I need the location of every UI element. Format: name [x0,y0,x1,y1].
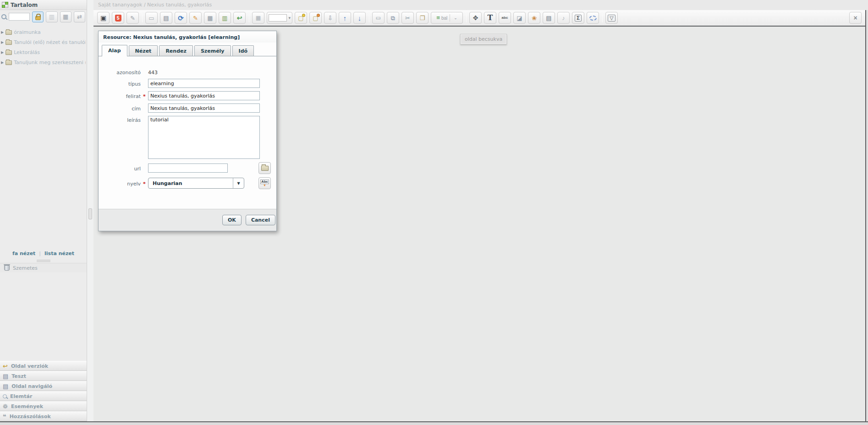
expander-icon[interactable]: ▶ [1,50,4,54]
calendar-button[interactable]: ▦ [60,11,71,22]
trash-panel-body [0,272,87,361]
tab-alap[interactable]: Alap [102,45,127,56]
drawing-button[interactable]: ❀ [528,12,540,24]
folder-icon [5,30,12,35]
toolbar-separator [602,13,603,22]
chevron-down-icon[interactable]: ▼ [233,178,244,188]
field-row-tipus: típus [104,79,271,88]
tree-item[interactable]: ▶Tanuljunk meg szerkeszteni (T [1,57,86,67]
splitter-grip[interactable] [88,208,92,219]
list-view-link[interactable]: lista nézet [44,251,74,256]
tipus-req-spacer [141,83,148,84]
formula-button[interactable]: Σ [572,12,584,24]
sidebar-splitter[interactable] [87,0,93,421]
tipus-label: típus [104,80,141,87]
import-page-button[interactable]: ⇩ [324,12,336,24]
url-req-spacer [141,168,148,169]
folder-icon [261,166,269,171]
style-select[interactable]: ▾ [267,12,292,24]
move-up-button[interactable]: ↑ [339,12,351,24]
new-subpage-button[interactable]: ▢ [309,12,322,24]
sidebar-search-input[interactable] [9,13,30,21]
lock-icon [35,16,41,20]
cim-req-spacer [141,108,148,109]
felirat-input[interactable] [148,91,260,100]
placeholder-frame-button[interactable]: ▭ [145,12,158,24]
tree-view-link[interactable]: fa nézet [12,251,35,256]
align-select[interactable]: ≡bal⌄ [431,12,463,24]
tab-ido[interactable]: Idő [232,45,254,56]
panel-teszt[interactable]: ▤Teszt [0,371,87,381]
tree-item-label: óraimunka [14,29,41,35]
tree-item[interactable]: ▶Tanulói (elő) nézet és tanulói t [1,37,86,47]
expander-icon[interactable]: ▶ [1,60,4,65]
screen-preview-button[interactable]: ▣ [97,12,110,24]
panel-hozzaszolasok[interactable]: ❝Hozzászólások [0,411,87,421]
page-collapsed-tooltip: oldal becsukva [460,34,507,44]
panel-elemtar[interactable]: Elemtár [0,391,87,401]
copy-button[interactable]: ⧉ [387,12,399,24]
shape-ellipse-button[interactable] [587,12,599,24]
panel-oldal-verziok[interactable]: ↩Oldal verziók [0,361,87,371]
edit-tools-button[interactable]: ✎ [126,12,139,24]
cancel-button[interactable]: Cancel [246,215,275,225]
filter-button[interactable]: ▽ [605,12,618,24]
url-input[interactable] [148,163,228,173]
leiras-req-spacer [141,116,148,117]
media-frame-button[interactable]: ◪ [513,12,526,24]
chevron-down-icon: ⌄ [454,16,457,20]
reorder-button[interactable]: ⇄ [74,11,85,22]
leiras-textarea[interactable]: tutorial [148,116,260,159]
line-style-button[interactable]: ▤ [543,12,555,24]
application-window: Tartalom ▥▦⇄ ▶óraimunka▶Tanulói (elő) né… [0,0,868,422]
panel-hozzaszolasok-glyph: ❝ [3,414,6,420]
versions-filter-button[interactable]: ▥ [46,11,57,22]
spellcheck-language-button[interactable]: Abc ▾ [258,177,271,189]
format-brush-button[interactable]: ✎ [189,12,202,24]
toolbar-separator [369,13,369,22]
insert-table-button[interactable]: ▦ [204,12,216,24]
ok-button[interactable]: OK [222,215,242,225]
screen-preview-button-glyph: ▣ [100,15,106,21]
text-style-button[interactable]: T [484,12,496,24]
refresh-button[interactable]: ⟳ [175,12,187,24]
sidebar-header: Tartalom [0,0,87,10]
tab-rendez[interactable]: Rendez [159,45,193,56]
close-panel-button[interactable]: × [849,12,862,24]
cim-input[interactable] [148,104,260,113]
expander-icon[interactable]: ▶ [1,40,4,44]
abc-caret-icon: ▾ [264,184,265,187]
audio-button[interactable]: ♪ [557,12,570,24]
tree-item[interactable]: ▶óraimunka [1,27,86,37]
save-button[interactable]: ▤ [160,12,172,24]
panel-esemenyek[interactable]: ❁Események [0,401,87,411]
panel-resize-grip[interactable] [0,259,87,263]
new-page-button[interactable]: ▢ [295,12,307,24]
cells-button[interactable]: ▦ [252,12,264,24]
panel-oldal-navigalo[interactable]: ▤Oldal navigáló [0,381,87,391]
fullscreen-button[interactable]: ✥ [469,12,482,24]
spellcheck-button[interactable]: abc [499,12,511,24]
insert-image-button[interactable]: ▭ [372,12,385,24]
edit-tools-button-glyph: ✎ [130,15,135,21]
save-version-button[interactable]: ▥ [219,12,231,24]
tree-item[interactable]: ▶Lektorálás [1,47,86,57]
tipus-input[interactable] [148,79,260,88]
cut-button[interactable]: ✂ [401,12,414,24]
paste-button[interactable]: ❐ [416,12,429,24]
line-style-button-glyph: ▤ [546,15,551,21]
expander-icon[interactable]: ▶ [1,30,4,34]
import-page-button-glyph: ⇩ [328,15,333,21]
field-row-leiras: leírás tutorial [104,116,271,159]
move-up-button-glyph: ↑ [343,15,347,22]
folder-icon [5,40,12,45]
language-combobox[interactable]: Hungarian ▼ [148,178,244,189]
tab-nezet[interactable]: Nézet [129,45,158,56]
tab-szemely[interactable]: Személy [194,45,231,56]
trash-panel-header[interactable]: Szemetes [0,263,87,272]
revert-button[interactable]: ↩ [233,12,246,24]
html5-button[interactable]: 5 [112,12,124,24]
browse-url-button[interactable] [258,162,271,174]
lock-button[interactable] [32,11,44,22]
move-down-button[interactable]: ↓ [353,12,366,24]
